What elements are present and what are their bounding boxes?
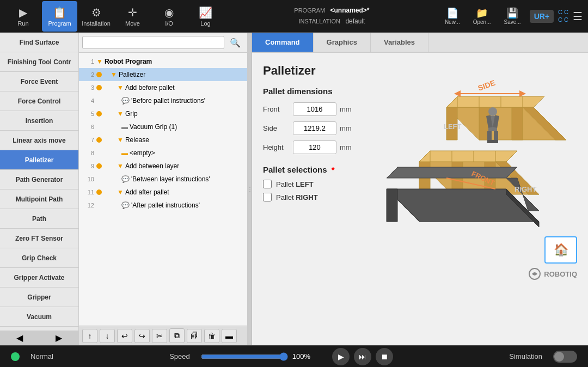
play-button[interactable]: ▶: [332, 348, 350, 365]
move-up-button[interactable]: ↑: [82, 329, 97, 343]
robotiq-logo-text: ROBOTIQ: [544, 270, 577, 278]
more-button[interactable]: ▬: [222, 329, 237, 343]
empty-icon: ▬: [121, 149, 128, 157]
pallet-right-label: Pallet RIGHT: [276, 193, 318, 201]
pallet-right-row: Pallet RIGHT: [263, 193, 359, 201]
tree-row[interactable]: 1 ▼ Robot Program: [79, 55, 247, 68]
copy-button[interactable]: ⧉: [169, 328, 185, 343]
tree-expand-icon: ▼: [117, 162, 124, 170]
svg-text:RIGHT: RIGHT: [514, 185, 537, 193]
tree-row[interactable]: 5 ▼ Grip: [79, 107, 247, 120]
content-area: Palletizer Pallet dimensions Front mm Si…: [252, 53, 588, 345]
io-icon: ◉: [164, 6, 174, 19]
svg-marker-24: [387, 189, 397, 222]
ur-plus-badge: UR+: [530, 10, 554, 23]
tree-row[interactable]: 4 💬 'Before pallet instructions': [79, 94, 247, 107]
save-button[interactable]: 💾 Save...: [500, 5, 525, 27]
nav-run[interactable]: ▶ Run: [5, 1, 41, 32]
nav-io[interactable]: ◉ I/O: [151, 1, 187, 32]
paste-button[interactable]: 🗐: [187, 329, 202, 343]
comment-icon: 💬: [121, 97, 130, 105]
svg-marker-17: [419, 151, 517, 162]
robotiq-logo-icon: [529, 268, 541, 280]
tree-row[interactable]: 9 ▼ Add between layer: [79, 160, 247, 173]
installation-label: INSTALLATION: [298, 18, 340, 25]
delete-button[interactable]: 🗑: [204, 329, 219, 343]
move-down-button[interactable]: ↓: [100, 329, 115, 343]
stop-button[interactable]: ⏹: [376, 348, 393, 365]
undo-button[interactable]: ↩: [117, 329, 132, 343]
simulation-toggle[interactable]: [553, 351, 577, 363]
tab-variables[interactable]: Variables: [371, 33, 428, 52]
side-input[interactable]: [293, 121, 336, 135]
tree-row[interactable]: 7 ▼ Release: [79, 133, 247, 146]
tab-bar: Command Graphics Variables: [252, 33, 588, 53]
sidebar-item-force-control[interactable]: Force Control: [0, 91, 78, 111]
tab-command[interactable]: Command: [252, 33, 314, 52]
search-button[interactable]: 🔍: [226, 36, 244, 49]
sidebar-item-palletizer[interactable]: Palletizer: [0, 150, 78, 170]
tree-expand-icon: ▼: [117, 110, 124, 118]
sidebar-item-linear-axis-move[interactable]: Linear axis move: [0, 131, 78, 150]
front-unit: mm: [340, 105, 352, 113]
breakpoint-dot: [96, 111, 102, 117]
nav-installation[interactable]: ⚙ Installation: [78, 1, 114, 32]
tree-panel: 🔍 1 ▼ Robot Program 2 ▼ Palletizer 3: [79, 33, 248, 345]
new-button[interactable]: 📄 New...: [440, 5, 464, 27]
content-right: SIDE: [370, 64, 577, 334]
sidebar-item-path-generator[interactable]: Path Generator: [0, 170, 78, 189]
sidebar-item-vacuum[interactable]: Vacuum: [0, 307, 78, 327]
sidebar-item-insertion[interactable]: Insertion: [0, 111, 78, 131]
sidebar-item-path[interactable]: Path: [0, 209, 78, 229]
redo-button[interactable]: ↪: [134, 329, 150, 343]
simulation-label: Simulation: [509, 352, 542, 360]
sidebar-scroll: Find Surface Finishing Tool Contr Force …: [0, 33, 78, 331]
hamburger-menu[interactable]: ☰: [573, 10, 583, 23]
sidebar-item-force-event[interactable]: Force Event: [0, 72, 78, 91]
tree-row[interactable]: 2 ▼ Palletizer: [79, 68, 247, 81]
tree-row[interactable]: 3 ▼ Add before pallet: [79, 81, 247, 94]
pallet-right-checkbox[interactable]: [263, 193, 272, 201]
tree-row[interactable]: 10 💬 'Between layer instructions': [79, 173, 247, 186]
open-icon: 📁: [476, 7, 488, 19]
height-input[interactable]: [293, 140, 336, 154]
tree-search-input[interactable]: [82, 36, 224, 49]
side-dimension-row: Side mm: [263, 121, 359, 135]
sidebar-item-zero-ft-sensor[interactable]: Zero FT Sensor: [0, 229, 78, 248]
nav-installation-label: Installation: [82, 20, 111, 27]
sidebar-item-gripper-activate[interactable]: Gripper Activate: [0, 268, 78, 288]
tree-row[interactable]: 6 ▬ Vacuum Grip (1): [79, 120, 247, 133]
nav-io-label: I/O: [165, 20, 173, 27]
left-sidebar: Find Surface Finishing Tool Contr Force …: [0, 33, 79, 345]
required-star: *: [332, 165, 335, 174]
step-button[interactable]: ⏭: [354, 348, 371, 365]
open-button[interactable]: 📁 Open...: [469, 5, 495, 27]
sidebar-prev-btn[interactable]: ◀: [0, 331, 39, 345]
sidebar-item-multipoint-path[interactable]: Multipoint Path: [0, 189, 78, 209]
svg-text:LEFT: LEFT: [444, 123, 462, 131]
front-input[interactable]: [293, 102, 336, 116]
sidebar-item-grip-check[interactable]: Grip Check: [0, 248, 78, 268]
nav-log[interactable]: 📈 Log: [188, 1, 223, 32]
tab-graphics[interactable]: Graphics: [314, 33, 371, 52]
nav-program[interactable]: 📋 Program: [42, 1, 77, 32]
comment-icon: 💬: [121, 201, 130, 209]
tree-resize-handle[interactable]: ⋮: [248, 33, 252, 345]
program-label: PROGRAM: [294, 7, 325, 14]
sidebar-item-gripper[interactable]: Gripper: [0, 288, 78, 307]
nav-move[interactable]: ✛ Move: [115, 1, 150, 32]
program-info: PROGRAM <unnamed>* INSTALLATION default: [223, 5, 440, 26]
nav-move-label: Move: [125, 20, 140, 27]
tree-row[interactable]: 11 ▼ Add after pallet: [79, 186, 247, 199]
tree-row[interactable]: 12 💬 'After pallet instructions': [79, 199, 247, 212]
pallet-left-checkbox[interactable]: [263, 180, 272, 188]
front-dimension-row: Front mm: [263, 102, 359, 116]
sidebar-item-find-surface[interactable]: Find Surface: [0, 33, 78, 52]
comment-icon: 💬: [121, 175, 130, 183]
home-button[interactable]: 🏠: [544, 236, 577, 264]
sidebar-next-btn[interactable]: ▶: [39, 331, 78, 345]
cut-button[interactable]: ✂: [152, 329, 167, 343]
speed-slider[interactable]: [201, 352, 288, 361]
tree-row[interactable]: 8 ▬ <empty>: [79, 146, 247, 160]
sidebar-item-finishing-tool[interactable]: Finishing Tool Contr: [0, 52, 78, 72]
